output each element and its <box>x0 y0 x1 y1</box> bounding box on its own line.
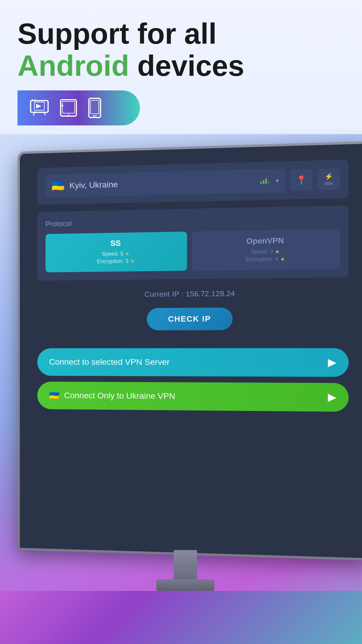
protocol-openvpn[interactable]: OpenVPN Speed: 3 ★ Encryption: 4 ★ <box>192 229 340 271</box>
connect-vpn-label: Connect to selected VPN Server <box>49 357 170 367</box>
tv-base <box>156 579 215 591</box>
svg-rect-8 <box>62 102 75 113</box>
tv-stand <box>174 550 197 579</box>
connect-vpn-button[interactable]: Connect to selected VPN Server ▶ <box>37 348 349 377</box>
min-label: MIN <box>324 181 333 186</box>
signal-bar-1 <box>260 181 262 184</box>
protocol-ss[interactable]: SS Speed: 5 ★ Encryption: 3 ★ <box>45 232 187 272</box>
svg-point-10 <box>61 105 63 106</box>
protocol-ss-name: SS <box>51 238 181 249</box>
phone-icon <box>87 98 102 118</box>
tv-icon <box>29 99 50 117</box>
signal-bar-3 <box>265 178 267 184</box>
svg-rect-7 <box>61 100 76 116</box>
location-name: Kyiv, Ukraine <box>69 176 255 190</box>
svg-rect-12 <box>91 100 99 114</box>
protocol-openvpn-name: OpenVPN <box>198 235 333 247</box>
min-button[interactable]: ⚡ MIN <box>317 168 340 190</box>
signal-icon <box>260 178 269 184</box>
current-ip-display: Current IP : 156.72.128.24 <box>37 288 349 300</box>
connect-ukraine-text: Connect Only to Ukraine VPN <box>64 391 175 401</box>
tablet-icon <box>58 99 79 117</box>
location-row: 🇺🇦 Kyiv, Ukraine ▾ 📍 <box>45 167 340 198</box>
check-ip-button[interactable]: CHECK IP <box>147 307 233 330</box>
chevron-down-icon: ▾ <box>276 177 279 184</box>
tv-screen: 🇺🇦 Kyiv, Ukraine ▾ 📍 <box>20 144 362 558</box>
protocol-ss-speed: Speed: 5 ★ <box>51 250 181 258</box>
svg-point-9 <box>68 114 69 115</box>
location-left[interactable]: 🇺🇦 Kyiv, Ukraine ▾ <box>45 169 285 198</box>
headline-line1: Support for all <box>17 17 217 50</box>
bottom-area <box>0 591 362 644</box>
main-headline: Support for all Android devices <box>17 18 345 82</box>
tv-frame: 🇺🇦 Kyiv, Ukraine ▾ 📍 <box>17 141 362 561</box>
protocol-label: Protocol <box>45 214 340 228</box>
pin-button[interactable]: 📍 <box>290 169 312 191</box>
location-flag: 🇺🇦 <box>51 180 64 192</box>
pin-icon: 📍 <box>296 175 307 185</box>
headline-android: Android <box>17 49 129 82</box>
protocol-card: Protocol SS Speed: 5 ★ Encryption: 3 ★ O… <box>37 205 349 281</box>
connect-ukraine-button[interactable]: 🇺🇦 Connect Only to Ukraine VPN ▶ <box>37 382 349 412</box>
header-section: Support for all Android devices <box>0 0 362 134</box>
bolt-icon: ⚡ <box>324 172 333 181</box>
svg-marker-2 <box>36 104 41 108</box>
connect-ukraine-arrow: ▶ <box>328 391 336 403</box>
svg-rect-13 <box>93 116 97 116</box>
protocol-options: SS Speed: 5 ★ Encryption: 3 ★ OpenVPN Sp… <box>45 229 340 272</box>
screen-section: 🇺🇦 Kyiv, Ukraine ▾ 📍 <box>0 134 362 591</box>
device-banner <box>17 90 140 125</box>
connect-vpn-arrow: ▶ <box>328 357 336 368</box>
connect-ukraine-flag: 🇺🇦 <box>49 391 59 400</box>
location-card: 🇺🇦 Kyiv, Ukraine ▾ 📍 <box>37 160 349 205</box>
connect-ukraine-label: 🇺🇦 Connect Only to Ukraine VPN <box>49 391 175 401</box>
signal-bar-2 <box>263 180 264 184</box>
protocol-openvpn-encryption: Encryption: 4 ★ <box>198 255 333 263</box>
signal-bar-4 <box>268 181 269 184</box>
protocol-ss-encryption: Encryption: 3 ★ <box>51 257 181 265</box>
protocol-openvpn-speed: Speed: 3 ★ <box>198 248 333 256</box>
headline-devices: devices <box>129 49 244 82</box>
